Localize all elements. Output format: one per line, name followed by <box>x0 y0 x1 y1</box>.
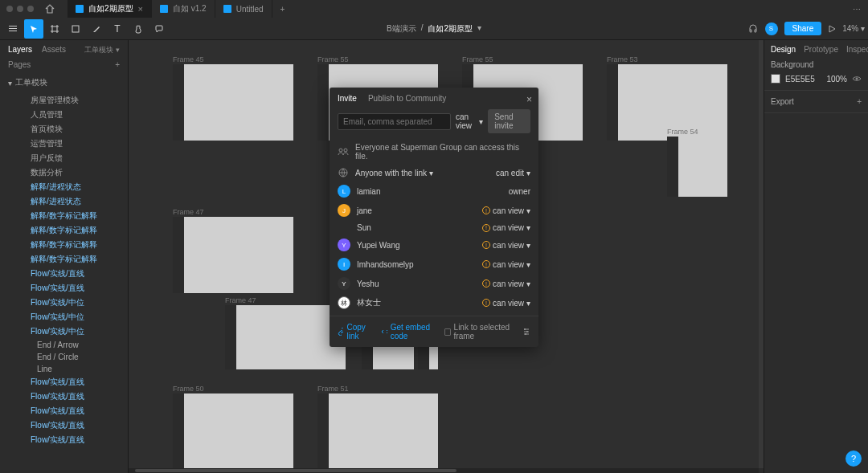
copy-link-button[interactable]: Copy link <box>338 323 371 340</box>
layer-item[interactable]: Line <box>0 363 128 375</box>
layer-item[interactable]: Flow/实线/直线 <box>0 389 128 404</box>
close-icon[interactable]: × <box>526 94 532 105</box>
default-permission-select[interactable]: can view ▾ <box>456 112 483 130</box>
layer-label: End / Arrow <box>37 340 79 349</box>
layer-label: End / Circle <box>37 353 79 361</box>
headphones-icon[interactable] <box>747 23 759 35</box>
warning-icon[interactable]: ! <box>482 279 490 287</box>
layer-icon <box>21 285 27 292</box>
email-input[interactable] <box>338 113 451 130</box>
warning-icon[interactable]: ! <box>482 206 490 214</box>
user-permission-select[interactable]: ! can view ▾ <box>482 241 530 250</box>
layer-label: Flow/实线/中位 <box>31 312 84 323</box>
layer-label: 房屋管理模块 <box>31 95 79 106</box>
close-icon[interactable]: × <box>138 4 143 14</box>
layer-item[interactable]: 解释/数字标记解释 <box>0 223 128 238</box>
layer-item[interactable]: End / Arrow <box>0 339 128 351</box>
layer-item[interactable]: Flow/实线/中位 <box>0 296 128 310</box>
file-tab[interactable]: 自如 v1.2 <box>152 0 215 18</box>
layer-item[interactable]: 首页模块 <box>0 122 128 137</box>
tab-invite[interactable]: Invite <box>338 94 357 103</box>
present-icon[interactable] <box>828 25 836 33</box>
layer-item[interactable]: 解释/进程状态 <box>0 180 128 194</box>
file-tab[interactable]: Untitled <box>215 0 272 18</box>
layer-item[interactable]: 解释/数字标记解释 <box>0 209 128 223</box>
share-button[interactable]: Share <box>784 22 822 35</box>
zoom-level[interactable]: 14% ▾ <box>842 24 865 33</box>
tab-assets[interactable]: Assets <box>42 45 66 55</box>
send-invite-button[interactable]: Send invite <box>488 109 530 133</box>
layer-icon <box>21 408 27 414</box>
shape-tool[interactable] <box>66 19 85 39</box>
help-button[interactable]: ? <box>845 451 862 467</box>
add-export-button[interactable]: + <box>857 97 862 106</box>
layer-item[interactable]: Flow/实线/直线 <box>0 267 128 281</box>
user-permission-select[interactable]: ! can view ▾ <box>482 206 530 215</box>
bg-swatch[interactable] <box>771 74 780 84</box>
layer-icon <box>21 198 27 205</box>
main-menu-icon[interactable] <box>3 19 23 39</box>
bg-opacity[interactable]: 100% <box>826 75 847 84</box>
window-controls[interactable] <box>6 6 34 12</box>
layer-item[interactable]: 运营管理 <box>0 137 128 151</box>
layer-item[interactable]: Flow/实线/中位 <box>0 310 128 324</box>
link-permission-select[interactable]: can edit ▾ <box>496 169 530 177</box>
layer-item[interactable]: 解释/数字标记解释 <box>0 238 128 252</box>
warning-icon[interactable]: ! <box>482 299 490 307</box>
layer-item[interactable]: End / Circle <box>0 351 128 363</box>
page-drop[interactable]: 工单模块 ▾ <box>84 45 120 55</box>
layer-item[interactable]: Flow/实线/直线 <box>0 404 128 418</box>
settings-icon[interactable] <box>522 328 530 336</box>
app-menu-icon[interactable]: ⋯ <box>853 5 862 14</box>
frame-tool[interactable] <box>45 19 64 39</box>
move-tool[interactable] <box>24 19 43 39</box>
link-access-label: Anyone with the link ▾ <box>355 169 433 177</box>
bg-hex[interactable]: E5E5E5 <box>785 75 815 84</box>
layer-item[interactable]: Flow/实线/直线 <box>0 418 128 433</box>
min-dot[interactable] <box>17 6 23 12</box>
warning-icon[interactable]: ! <box>482 260 490 268</box>
modal-tabs: Invite Publish to Community <box>330 88 538 103</box>
layer-item[interactable]: 解释/进程状态 <box>0 194 128 209</box>
layer-item[interactable]: 解释/数字标记解释 <box>0 252 128 267</box>
tab-publish[interactable]: Publish to Community <box>368 94 446 103</box>
tab-design[interactable]: Design <box>771 45 796 54</box>
tab-prototype[interactable]: Prototype <box>804 45 838 54</box>
warning-icon[interactable]: ! <box>482 241 490 249</box>
max-dot[interactable] <box>27 6 34 12</box>
link-access-row[interactable]: Anyone with the link ▾ can edit ▾ <box>330 164 538 181</box>
layer-item[interactable]: 数据分析 <box>0 165 128 180</box>
user-permission-select[interactable]: ! can view ▾ <box>482 260 530 269</box>
tab-layers[interactable]: Layers <box>8 45 32 55</box>
layer-label: Flow/实线/中位 <box>31 297 84 308</box>
layer-item[interactable]: 用户反馈 <box>0 151 128 165</box>
hand-tool[interactable] <box>129 19 148 39</box>
user-avatar[interactable]: S <box>765 22 778 35</box>
close-dot[interactable] <box>6 6 13 12</box>
page-item[interactable]: ▾ 工单模块 <box>0 74 128 92</box>
user-permission-select[interactable]: ! can view ▾ <box>482 279 530 288</box>
user-permission-select[interactable]: ! can view ▾ <box>482 299 530 308</box>
embed-code-button[interactable]: Get embed code <box>381 323 435 340</box>
link-to-frame-checkbox[interactable]: Link to selected frame <box>444 323 513 340</box>
add-page-button[interactable]: + <box>115 60 120 69</box>
layer-item[interactable]: Flow/实线/直线 <box>0 433 128 447</box>
text-tool[interactable]: T <box>108 19 127 39</box>
pen-tool[interactable] <box>87 19 106 39</box>
tab-inspect[interactable]: Inspect <box>846 45 868 54</box>
layer-item[interactable]: Flow/实线/直线 <box>0 375 128 389</box>
comment-tool[interactable] <box>149 19 169 39</box>
layer-item[interactable]: Flow/实线/中位 <box>0 324 128 339</box>
home-icon[interactable] <box>45 4 55 14</box>
warning-icon[interactable]: ! <box>482 224 490 232</box>
breadcrumb[interactable]: B端演示 / 自如2期原型 ▾ <box>387 23 481 35</box>
file-tab[interactable]: 自如2期原型 × <box>68 0 152 18</box>
layer-item[interactable]: 房屋管理模块 <box>0 93 128 108</box>
visibility-icon[interactable] <box>852 75 862 83</box>
chevron-down-icon[interactable]: ▾ <box>477 23 481 35</box>
user-permission-select[interactable]: ! can view ▾ <box>482 223 530 232</box>
add-tab-button[interactable]: + <box>272 0 293 18</box>
layer-item[interactable]: 人员管理 <box>0 108 128 122</box>
layer-item[interactable]: Flow/实线/直线 <box>0 281 128 296</box>
background-label: Background <box>771 60 862 69</box>
